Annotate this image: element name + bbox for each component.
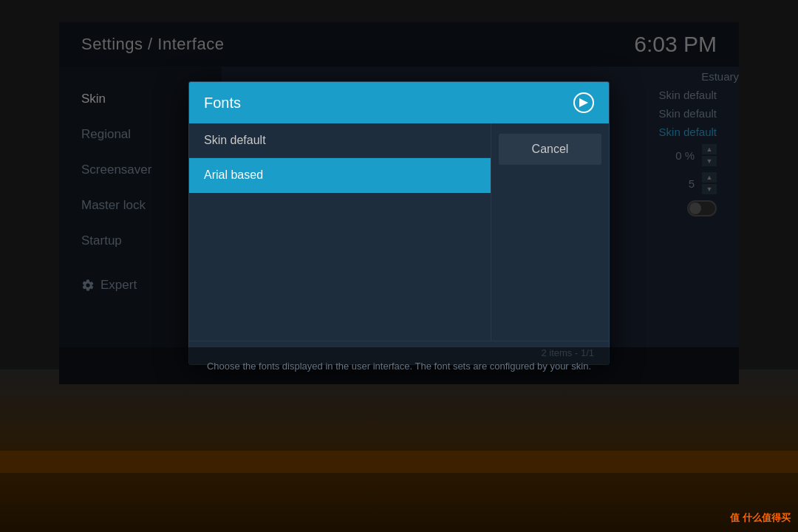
fonts-dialog: Fonts Skin default Arial based: [188, 81, 610, 365]
kodi-logo-icon: [573, 92, 594, 113]
font-option-skin-default[interactable]: Skin default: [189, 123, 491, 158]
dialog-body: Skin default Arial based Cancel: [189, 123, 609, 341]
font-option-arial-based[interactable]: Arial based: [189, 158, 491, 193]
dialog-list-filler: [189, 193, 491, 341]
desk-area: [0, 369, 798, 532]
status-bar: Choose the fonts displayed in the user i…: [59, 347, 739, 384]
dialog-header: Fonts: [189, 82, 609, 123]
dialog-list: Skin default Arial based: [189, 123, 491, 341]
cancel-button[interactable]: Cancel: [499, 134, 601, 165]
kodi-screen: Settings / Interface 6:03 PM Skin Region…: [59, 22, 739, 384]
desk-surface: [0, 451, 798, 473]
watermark: 值 什么值得买: [730, 511, 791, 525]
dialog-overlay: Fonts Skin default Arial based: [59, 22, 739, 384]
dialog-actions: Cancel: [491, 123, 609, 341]
svg-marker-1: [579, 98, 588, 107]
status-text: Choose the fonts displayed in the user i…: [207, 361, 591, 372]
dialog-title: Fonts: [204, 95, 241, 112]
